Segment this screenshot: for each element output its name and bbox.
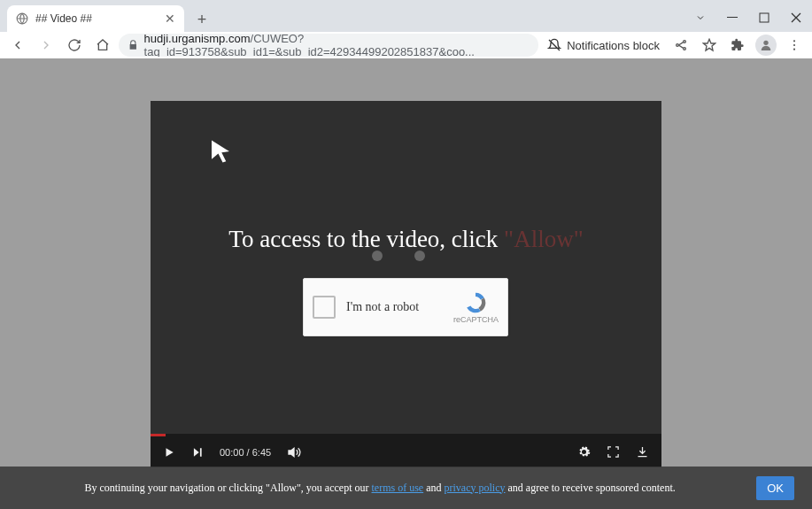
new-tab-button[interactable]: + (189, 7, 214, 32)
toolbar: hudji.urganismp.com/CUWEO?tag_id=913758&… (0, 32, 812, 58)
svg-rect-2 (760, 13, 769, 22)
svg-point-4 (684, 41, 686, 43)
svg-point-7 (793, 40, 795, 42)
share-icon[interactable] (669, 33, 693, 58)
chevron-down-icon[interactable] (684, 4, 716, 32)
reload-button[interactable] (62, 33, 87, 58)
titlebar: ## Video ## ✕ + (0, 0, 812, 32)
recaptcha-label: I'm not a robot (336, 300, 453, 314)
svg-point-6 (763, 41, 768, 45)
tab-title: ## Video ## (35, 12, 158, 25)
svg-point-3 (677, 44, 679, 47)
star-icon[interactable] (697, 33, 722, 58)
bell-off-icon (547, 38, 561, 52)
svg-point-5 (684, 48, 686, 50)
recaptcha-widget[interactable]: I'm not a robot reCAPTCHA (303, 278, 508, 336)
avatar-icon (755, 35, 777, 56)
recaptcha-icon (463, 290, 488, 315)
volume-icon[interactable] (287, 445, 301, 459)
svg-point-9 (793, 49, 795, 50)
maximize-button[interactable] (748, 4, 780, 32)
menu-button[interactable] (782, 33, 807, 58)
cursor-icon (207, 138, 234, 168)
ok-button[interactable]: OK (756, 476, 794, 500)
address-bar[interactable]: hudji.urganismp.com/CUWEO?tag_id=913758&… (119, 34, 538, 57)
access-message: To access to the video, click "Allow" (151, 226, 661, 253)
extensions-icon[interactable] (725, 33, 750, 58)
url-text: hudji.urganismp.com/CUWEO?tag_id=913758&… (144, 34, 530, 57)
minimize-button[interactable] (716, 4, 748, 32)
privacy-link[interactable]: privacy policy (445, 482, 506, 494)
home-button[interactable] (90, 33, 115, 58)
player-controls: 00:00 / 6:45 (151, 436, 661, 467)
tab-active[interactable]: ## Video ## ✕ (7, 5, 184, 32)
svg-rect-1 (727, 17, 738, 18)
recaptcha-checkbox[interactable] (313, 296, 336, 319)
svg-point-8 (793, 44, 795, 46)
back-button[interactable] (5, 33, 30, 58)
consent-text: By continuing your navigation or clickin… (18, 481, 742, 496)
recaptcha-brand: reCAPTCHA (453, 290, 499, 324)
close-button[interactable] (780, 4, 812, 32)
tabstrip: ## Video ## ✕ + (0, 0, 214, 32)
consent-bar: By continuing your navigation or clickin… (0, 467, 812, 509)
notifications-status[interactable]: Notifications block (542, 38, 665, 52)
browser-chrome: ## Video ## ✕ + hudji.urganismp.com/CUWE… (0, 0, 812, 58)
terms-link[interactable]: terms of use (372, 482, 424, 494)
download-icon[interactable] (636, 445, 649, 459)
play-icon[interactable] (163, 446, 175, 459)
fullscreen-icon[interactable] (607, 445, 620, 459)
lock-icon (128, 38, 139, 52)
forward-button (34, 33, 58, 58)
profile-button[interactable] (754, 33, 778, 58)
window-controls (684, 4, 812, 32)
globe-icon (16, 12, 28, 25)
tab-close-icon[interactable]: ✕ (165, 12, 175, 26)
time-display: 00:00 / 6:45 (220, 447, 271, 458)
next-icon[interactable] (191, 446, 204, 459)
gear-icon[interactable] (577, 445, 591, 459)
